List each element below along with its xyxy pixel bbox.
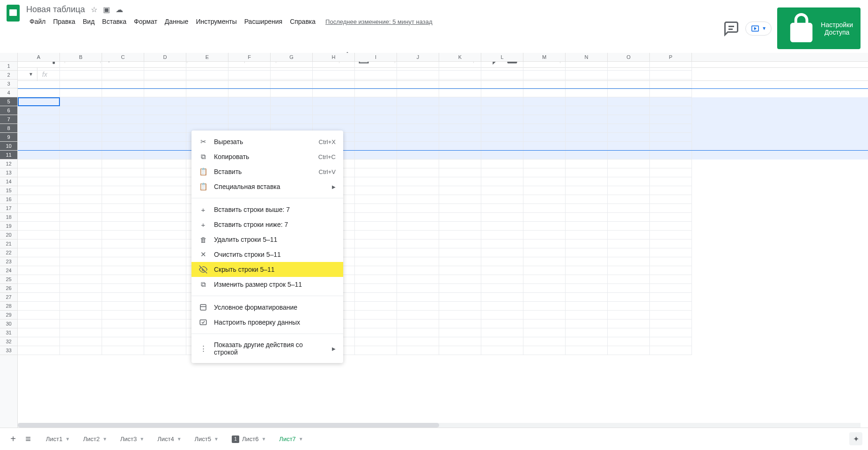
cell[interactable]: [608, 222, 650, 231]
cell[interactable]: [18, 88, 60, 97]
cell[interactable]: [523, 248, 566, 257]
cell[interactable]: [650, 177, 692, 186]
cell[interactable]: [481, 186, 523, 195]
cell[interactable]: [102, 311, 144, 319]
cell[interactable]: [650, 275, 692, 284]
cell[interactable]: [313, 62, 355, 71]
cell[interactable]: [144, 80, 186, 88]
cell[interactable]: [523, 337, 566, 346]
cell[interactable]: [608, 231, 650, 240]
cell[interactable]: [439, 151, 481, 160]
cell[interactable]: [608, 133, 650, 142]
cell[interactable]: [439, 346, 481, 355]
column-header[interactable]: H: [313, 53, 355, 61]
cell[interactable]: [144, 319, 186, 328]
cell[interactable]: [566, 311, 608, 319]
cell[interactable]: [18, 266, 60, 275]
row-header[interactable]: 18: [0, 213, 17, 222]
cell[interactable]: [144, 284, 186, 293]
ctx-data-validation[interactable]: Настроить проверку данных: [191, 315, 343, 330]
cell[interactable]: [439, 231, 481, 240]
cell[interactable]: [102, 275, 144, 284]
cell[interactable]: [397, 115, 439, 124]
column-header[interactable]: N: [566, 53, 608, 61]
cell[interactable]: [566, 248, 608, 257]
cell[interactable]: [397, 142, 439, 151]
cell[interactable]: [18, 204, 60, 213]
cell[interactable]: [313, 97, 355, 106]
cell[interactable]: [102, 302, 144, 311]
cell[interactable]: [566, 213, 608, 222]
cell[interactable]: [18, 133, 60, 142]
ctx-paste[interactable]: 📋 Вставить Ctrl+V: [191, 164, 343, 179]
row-header[interactable]: 31: [0, 328, 17, 337]
cell[interactable]: [523, 266, 566, 275]
cell[interactable]: [566, 106, 608, 115]
cell[interactable]: [144, 168, 186, 177]
cell[interactable]: [481, 80, 523, 88]
cell[interactable]: [439, 71, 481, 80]
cell[interactable]: [481, 284, 523, 293]
cell[interactable]: [18, 302, 60, 311]
cell[interactable]: [650, 284, 692, 293]
ctx-resize-rows[interactable]: ⧉ Изменить размер строк 5–11: [191, 277, 343, 292]
cell[interactable]: [397, 71, 439, 80]
cell[interactable]: [60, 115, 102, 124]
cell[interactable]: [523, 284, 566, 293]
cell[interactable]: [566, 204, 608, 213]
cell[interactable]: [18, 337, 60, 346]
cell[interactable]: [523, 151, 566, 160]
cell[interactable]: [439, 266, 481, 275]
cell[interactable]: [566, 151, 608, 160]
cell[interactable]: [608, 311, 650, 319]
column-header[interactable]: L: [481, 53, 523, 61]
cell[interactable]: [60, 222, 102, 231]
cell[interactable]: [144, 346, 186, 355]
cell[interactable]: [144, 62, 186, 71]
cell[interactable]: [60, 293, 102, 302]
cell[interactable]: [523, 275, 566, 284]
cell[interactable]: [144, 124, 186, 133]
cell[interactable]: [228, 88, 271, 97]
cell[interactable]: [523, 115, 566, 124]
cell[interactable]: [608, 186, 650, 195]
cell[interactable]: [18, 195, 60, 204]
row-header[interactable]: 28: [0, 302, 17, 311]
cell[interactable]: [102, 266, 144, 275]
cell[interactable]: [523, 222, 566, 231]
cell[interactable]: [18, 62, 60, 71]
cell[interactable]: [355, 231, 397, 240]
explore-button[interactable]: ✦: [849, 432, 862, 445]
cell[interactable]: [355, 284, 397, 293]
cell[interactable]: [481, 142, 523, 151]
cell[interactable]: [60, 213, 102, 222]
cell[interactable]: [271, 71, 313, 80]
cell[interactable]: [439, 97, 481, 106]
cell[interactable]: [397, 275, 439, 284]
cell[interactable]: [481, 222, 523, 231]
cell[interactable]: [144, 231, 186, 240]
cell[interactable]: [650, 293, 692, 302]
cell[interactable]: [650, 311, 692, 319]
cell[interactable]: [608, 284, 650, 293]
cell[interactable]: [608, 204, 650, 213]
cell[interactable]: [228, 97, 271, 106]
column-header[interactable]: G: [271, 53, 313, 61]
cell[interactable]: [60, 248, 102, 257]
cell[interactable]: [271, 88, 313, 97]
row-header[interactable]: 2: [0, 71, 17, 80]
row-header[interactable]: 20: [0, 231, 17, 240]
cell[interactable]: [566, 293, 608, 302]
cell[interactable]: [523, 293, 566, 302]
column-header[interactable]: C: [102, 53, 144, 61]
cell[interactable]: [60, 337, 102, 346]
cell[interactable]: [439, 88, 481, 97]
move-icon[interactable]: ▣: [103, 5, 110, 14]
cell[interactable]: [397, 248, 439, 257]
cell[interactable]: [439, 222, 481, 231]
row-header[interactable]: 23: [0, 257, 17, 266]
menu-правка[interactable]: Правка: [50, 16, 78, 27]
cell[interactable]: [18, 151, 60, 160]
cell[interactable]: [650, 222, 692, 231]
cell[interactable]: [523, 71, 566, 80]
